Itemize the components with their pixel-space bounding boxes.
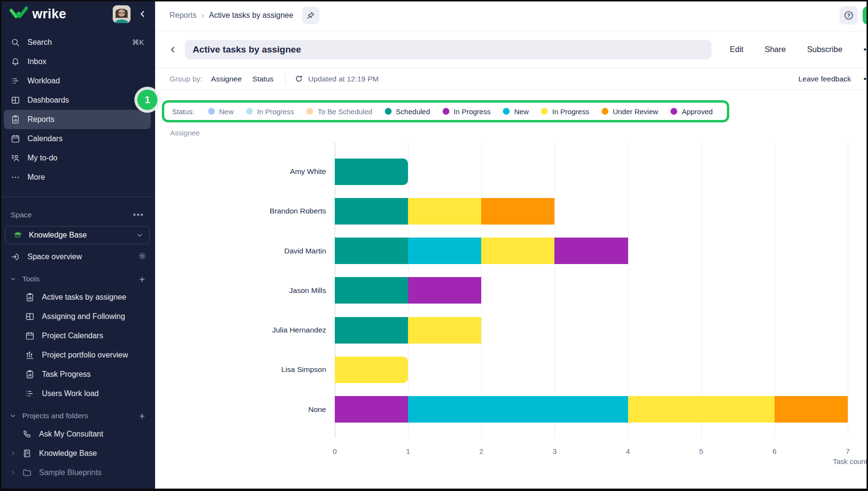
bar-segment-brandon-roberts-under-review[interactable] [481,198,554,225]
projects-header-label: Projects and folders [22,411,88,420]
bar-segment-david-martin-new[interactable] [408,238,481,264]
x-tick-label: 2 [479,447,483,455]
legend-item-new[interactable]: New [208,107,234,116]
x-tick-label: 5 [699,447,703,455]
bar-segment-julia-hernandez-in-progress[interactable] [408,317,481,344]
bar-segment-amy-white-scheduled[interactable] [335,159,408,185]
annotation-badge-1: 1 [137,90,158,110]
dashboards-icon [11,95,20,105]
workload-icon [11,76,20,86]
report-title-input[interactable]: Active tasks by assignee [185,40,711,59]
bar-segment-brandon-roberts-in-progress[interactable] [408,198,481,225]
edit-button[interactable]: Edit [730,45,743,54]
help-button[interactable]: ? [840,6,858,25]
meta-more-button[interactable]: ••• [864,74,868,84]
legend-item-in-progress[interactable]: In Progress [443,107,491,116]
bar-segment-jason-mills-in-progress[interactable] [408,277,481,304]
legend-item-label: New [514,107,528,116]
sidebar-item-label: Inbox [27,57,144,66]
breadcrumb-reports-link[interactable]: Reports [170,11,197,20]
bar-segment-david-martin-scheduled[interactable] [335,238,408,264]
chevron-right-icon[interactable] [10,469,19,476]
sidebar-item-workload[interactable]: Workload [4,71,151,91]
bar-segment-none-in-progress[interactable] [335,396,408,423]
projects-section-header[interactable]: Projects and folders + [0,407,155,425]
legend-item-in-progress[interactable]: In Progress [541,107,589,116]
sidebar-item-users-work-load[interactable]: Users Work load [0,384,155,403]
sidebar-item-reports[interactable]: Reports [4,110,151,129]
sidebar-item-project-calendars[interactable]: Project Calendars [0,326,155,345]
legend-item-scheduled[interactable]: Scheduled [385,107,430,116]
project-item-label: Sample Blueprints [39,468,148,477]
subscribe-button[interactable]: Subscribe [807,45,842,54]
x-tick-label: 7 [846,447,850,455]
sidebar-item-ask-my-consultant[interactable]: Ask My Consultant [0,425,155,444]
collapse-sidebar-icon[interactable] [138,10,147,18]
add-project-icon[interactable]: + [139,411,145,421]
bar-segment-jason-mills-scheduled[interactable] [335,277,408,304]
legend-item-in-progress[interactable]: In Progress [246,107,294,116]
sidebar-item-my-to-do[interactable]: My to-do [4,148,151,168]
bar-segment-none-under-review[interactable] [775,396,848,423]
sidebar-item-assigning-and-following[interactable]: Assigning and Following [0,307,155,326]
sidebar-nav: Search⌘KInboxWorkloadDashboardsReportsCa… [0,28,155,187]
dashboards-icon [25,312,35,321]
x-axis-title: Task count [833,457,868,465]
x-tick-label: 3 [552,447,556,455]
space-header: Space ••• [0,209,155,221]
group-by-status[interactable]: Status [252,75,274,83]
title-more-button[interactable]: ••• [864,45,868,54]
bar-segment-julia-hernandez-scheduled[interactable] [335,317,408,344]
refresh-icon[interactable] [294,74,303,83]
group-by-label: Group by: [170,75,202,83]
sidebar-item-task-progress[interactable]: Task Progress [0,365,155,384]
leave-feedback-link[interactable]: Leave feedback [798,75,851,83]
bar-segment-david-martin-approved[interactable] [554,238,628,264]
report-icon [11,115,20,124]
create-new-button[interactable] [863,6,868,25]
legend-item-under-review[interactable]: Under Review [602,107,658,116]
sidebar-item-label: Search [27,38,132,47]
gear-icon[interactable] [138,252,147,263]
report-icon [25,292,35,302]
sidebar-item-project-portfolio-overview[interactable]: Project portfolio overview [0,345,155,365]
bar-segment-none-new[interactable] [408,396,628,423]
pin-button[interactable] [302,7,319,24]
meta-bar: Group by: Assignee Status Updated at 12:… [155,68,868,90]
add-tool-icon[interactable]: + [139,274,145,284]
group-by-assignee[interactable]: Assignee [211,75,242,83]
more-icon [11,173,20,182]
tool-item-label: Users Work load [42,389,148,398]
x-tick-label: 6 [773,447,776,455]
topbar-actions: ? [840,6,868,25]
bar-segment-none-in-progress[interactable] [628,396,775,423]
bar-segment-lisa-simpson-in-progress[interactable] [335,357,408,383]
wrike-logo[interactable]: wrike [10,6,113,22]
sidebar-item-calendars[interactable]: Calendars [4,129,151,148]
back-icon[interactable] [166,45,180,54]
sidebar-item-space-overview[interactable]: Space overview [0,247,155,266]
sidebar-item-dashboards[interactable]: Dashboards [4,91,151,110]
user-avatar[interactable] [113,5,131,23]
space-header-label: Space [11,211,32,219]
sidebar-item-sample-blueprints[interactable]: Sample Blueprints [0,463,155,482]
bar-segment-david-martin-in-progress[interactable] [481,238,554,264]
sidebar-item-knowledge-base[interactable]: Knowledge Base [0,444,155,463]
legend-item-new[interactable]: New [503,107,528,116]
legend-dot [443,108,449,115]
sidebar-item-more[interactable]: More [4,168,151,187]
legend-item-label: Approved [682,107,712,116]
share-button[interactable]: Share [764,45,786,54]
space-selector[interactable]: Knowledge Base [5,226,150,244]
category-label-lisa-simpson: Lisa Simpson [155,364,326,375]
sidebar-item-active-tasks-by-assignee[interactable]: Active tasks by assignee [0,288,155,307]
space-more-icon[interactable]: ••• [133,211,144,219]
chart-region: Status: NewIn ProgressTo Be ScheduledSch… [155,90,868,491]
tools-section-header[interactable]: Tools + [0,270,155,288]
sidebar-item-inbox[interactable]: Inbox [4,52,151,71]
legend-item-approved[interactable]: Approved [671,107,712,116]
bar-segment-brandon-roberts-scheduled[interactable] [335,198,408,225]
legend-item-to-be-scheduled[interactable]: To Be Scheduled [306,107,372,116]
sidebar-item-search[interactable]: Search⌘K [4,33,151,52]
chevron-right-icon[interactable] [10,450,19,457]
